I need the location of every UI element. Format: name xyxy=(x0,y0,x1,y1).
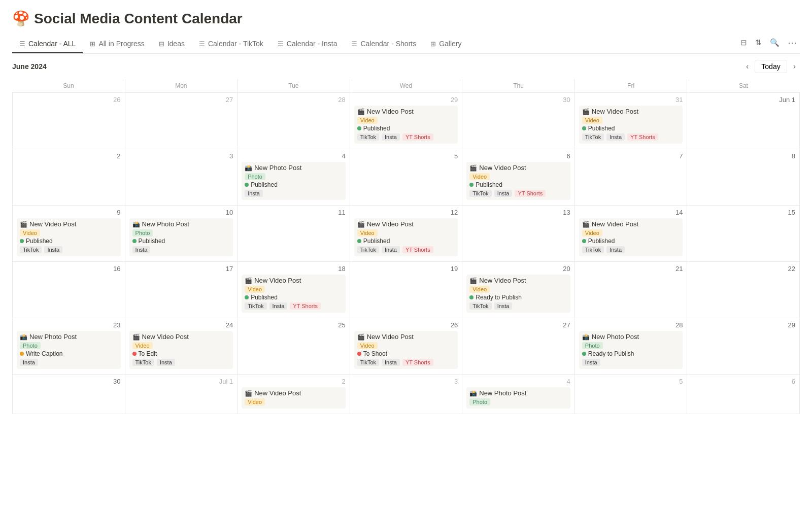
calendar-event[interactable]: 📸 New Photo Post Photo Published Insta xyxy=(129,218,233,256)
status-dot xyxy=(357,352,361,356)
calendar-cell[interactable]: 4 📸 New Photo Post Photo Published Insta xyxy=(238,149,350,206)
date-number: 6 xyxy=(691,378,795,385)
platform-tag: Insta xyxy=(382,133,400,141)
type-tag-row: Video xyxy=(132,342,230,350)
month-label: June 2024 xyxy=(12,62,47,71)
date-number: 17 xyxy=(129,265,233,273)
date-number: 25 xyxy=(242,321,346,329)
tab-calendar-shorts[interactable]: ☰ Calendar - Shorts xyxy=(344,35,423,53)
event-title: 🎬 New Video Post xyxy=(469,277,567,284)
tab-all-in-progress[interactable]: ⊞ All in Progress xyxy=(83,35,151,53)
calendar-event[interactable]: 🎬 New Video Post Video Published TikTokI… xyxy=(242,275,346,313)
calendar-cell[interactable]: 5 xyxy=(574,375,687,414)
type-tag: Video xyxy=(357,117,378,124)
event-emoji: 🎬 xyxy=(245,390,252,397)
date-number: 27 xyxy=(466,321,570,329)
calendar-event[interactable]: 📸 New Photo Post Photo Published Insta xyxy=(242,162,346,200)
calendar-cell[interactable]: 6 🎬 New Video Post Video Published TikTo… xyxy=(462,149,575,206)
calendar-cell[interactable]: 16 xyxy=(13,262,125,318)
calendar-cell[interactable]: 13 xyxy=(462,206,575,262)
date-number: 11 xyxy=(242,209,346,216)
calendar-cell[interactable]: 3 xyxy=(350,375,462,414)
tab-calendar-tiktok[interactable]: ☰ Calendar - TikTok xyxy=(192,35,270,53)
calendar-cell[interactable]: 28 xyxy=(238,93,350,149)
date-number: 27 xyxy=(129,96,233,104)
calendar-cell[interactable]: 27 xyxy=(125,93,238,149)
calendar-cell[interactable]: 11 xyxy=(238,206,350,262)
search-button[interactable]: 🔍 xyxy=(767,36,783,49)
tab-ideas[interactable]: ⊟ Ideas xyxy=(152,35,192,53)
event-title: 📸 New Photo Post xyxy=(132,220,230,228)
filter-button[interactable]: ⊟ xyxy=(737,36,750,49)
today-button[interactable]: Today xyxy=(755,60,787,73)
calendar-cell[interactable]: 7 xyxy=(574,149,687,206)
calendar-cell[interactable]: 28 📸 New Photo Post Photo Ready to Publi… xyxy=(574,318,687,375)
calendar-cell[interactable]: 20 🎬 New Video Post Video Ready to Publi… xyxy=(462,262,575,318)
calendar-cell[interactable]: 9 🎬 New Video Post Video Published TikTo… xyxy=(13,206,125,262)
calendar-event[interactable]: 🎬 New Video Post Video Ready to Publish … xyxy=(466,275,570,313)
calendar-cell[interactable]: 14 🎬 New Video Post Video Published TikT… xyxy=(574,206,687,262)
date-number: 30 xyxy=(466,96,570,104)
calendar-event[interactable]: 🎬 New Video Post Video Published TikTokI… xyxy=(354,218,458,256)
calendar-event[interactable]: 🎬 New Video Post Video Published TikTokI… xyxy=(466,162,570,200)
calendar-event[interactable]: 🎬 New Video Post Video xyxy=(242,387,346,409)
calendar-event[interactable]: 📸 New Photo Post Photo Ready to Publish … xyxy=(579,331,683,369)
calendar-cell[interactable]: 22 xyxy=(687,262,800,318)
calendar-event[interactable]: 📸 New Photo Post Photo xyxy=(466,387,570,409)
calendar-cell[interactable]: 2 🎬 New Video Post Video xyxy=(238,375,350,414)
status-dot xyxy=(132,352,137,356)
calendar-cell[interactable]: Jul 1 xyxy=(125,375,238,414)
calendar-cell[interactable]: 21 xyxy=(574,262,687,318)
calendar-cell[interactable]: 29 🎬 New Video Post Video Published TikT… xyxy=(350,93,462,149)
calendar-cell[interactable]: 2 xyxy=(13,149,125,206)
calendar-cell[interactable]: 10 📸 New Photo Post Photo Published Inst… xyxy=(125,206,238,262)
calendar-cell[interactable]: 17 xyxy=(125,262,238,318)
calendar-cell[interactable]: 25 xyxy=(238,318,350,375)
next-month-button[interactable]: › xyxy=(789,60,800,73)
date-number: 18 xyxy=(242,265,346,273)
calendar-cell[interactable]: 24 🎬 New Video Post Video To Edit TikTok… xyxy=(125,318,238,375)
sort-button[interactable]: ⇅ xyxy=(752,36,765,49)
tab-calendar-all[interactable]: ☰ Calendar - ALL xyxy=(12,35,83,53)
calendar-cell[interactable]: 15 xyxy=(687,206,800,262)
calendar-cell[interactable]: 30 xyxy=(462,93,575,149)
tab-calendar-insta[interactable]: ☰ Calendar - Insta xyxy=(270,35,345,53)
calendar-event[interactable]: 📸 New Photo Post Photo Write Caption Ins… xyxy=(17,331,121,369)
calendar-cell[interactable]: Jun 1 xyxy=(687,93,800,149)
prev-month-button[interactable]: ‹ xyxy=(742,60,753,73)
calendar-cell[interactable]: 12 🎬 New Video Post Video Published TikT… xyxy=(350,206,462,262)
tab-icon-gallery: ⊞ xyxy=(430,40,436,48)
calendar-cell[interactable]: 4 📸 New Photo Post Photo xyxy=(462,375,575,414)
calendar-cell[interactable]: 5 xyxy=(350,149,462,206)
calendar-cell[interactable]: 18 🎬 New Video Post Video Published TikT… xyxy=(238,262,350,318)
day-header-fri: Fri xyxy=(574,79,687,93)
more-button[interactable]: ⋯ xyxy=(785,35,800,50)
calendar-cell[interactable]: 19 xyxy=(350,262,462,318)
event-name: New Photo Post xyxy=(479,389,526,397)
event-status: Ready to Publish xyxy=(469,294,567,301)
calendar-event[interactable]: 🎬 New Video Post Video Published TikTokI… xyxy=(579,106,683,144)
date-number: 6 xyxy=(466,152,570,160)
calendar-cell[interactable]: 31 🎬 New Video Post Video Published TikT… xyxy=(574,93,687,149)
calendar-event[interactable]: 🎬 New Video Post Video To Edit TikTokIns… xyxy=(129,331,233,369)
calendar-event[interactable]: 🎬 New Video Post Video Published TikTokI… xyxy=(354,106,458,144)
type-tag-row: Video xyxy=(245,398,343,407)
calendar-cell[interactable]: 6 xyxy=(687,375,800,414)
calendar-cell[interactable]: 26 🎬 New Video Post Video To Shoot TikTo… xyxy=(350,318,462,375)
calendar-event[interactable]: 🎬 New Video Post Video Published TikTokI… xyxy=(17,218,121,256)
platform-tag: YT Shorts xyxy=(402,246,433,253)
calendar-cell[interactable]: 30 xyxy=(13,375,125,414)
event-name: New Video Post xyxy=(254,389,301,397)
tab-gallery[interactable]: ⊞ Gallery xyxy=(423,35,468,53)
calendar-cell[interactable]: 26 xyxy=(13,93,125,149)
calendar-cell[interactable]: 8 xyxy=(687,149,800,206)
calendar-event[interactable]: 🎬 New Video Post Video To Shoot TikTokIn… xyxy=(354,331,458,369)
event-title: 📸 New Photo Post xyxy=(20,333,118,341)
calendar-cell[interactable]: 29 xyxy=(687,318,800,375)
platform-tag: Insta xyxy=(157,359,175,366)
calendar-cell[interactable]: 27 xyxy=(462,318,575,375)
calendar-cell[interactable]: 23 📸 New Photo Post Photo Write Caption … xyxy=(13,318,125,375)
calendar-event[interactable]: 🎬 New Video Post Video Published TikTokI… xyxy=(579,218,683,256)
calendar-cell[interactable]: 3 xyxy=(125,149,238,206)
status-dot xyxy=(132,239,137,243)
